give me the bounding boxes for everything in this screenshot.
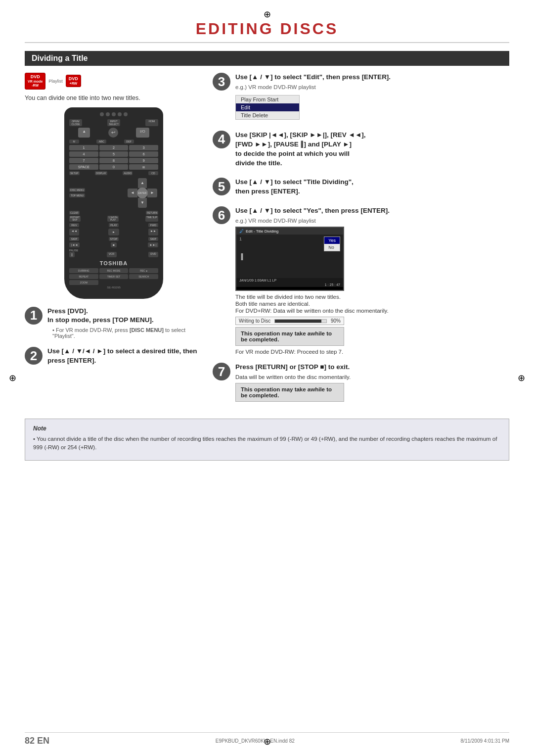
pause-vcr-dvd: ‖ VCR DVD xyxy=(69,252,158,257)
screen-bottom-bar: JAN/1/09 1:00AM L1 LP xyxy=(236,278,343,283)
progress-container: Writing to Disc 90% xyxy=(235,317,344,325)
step-6-sub: e.g.) VR mode DVD-RW playlist xyxy=(235,218,509,224)
fi-label: fi/ xyxy=(69,140,79,143)
menu-play-from-start: Play From Start xyxy=(236,95,299,103)
step-4-content: Use [SKIP |◄◄], [SKIP ►►|], [REV ◄◄], [F… xyxy=(235,131,509,170)
reg-mark-right: ⊕ xyxy=(518,373,525,383)
step-2: 2 Use [▲ / ▼/◄ / ►] to select a desired … xyxy=(25,347,203,368)
num-9: 9 xyxy=(129,158,158,163)
remote-dot-2 xyxy=(106,112,110,116)
screen-date-time: JAN/1/09 1:00AM L1 LP xyxy=(239,279,276,282)
rec-mode-btn: REC MODE xyxy=(99,268,129,273)
dvd-logo-playlist-label: Playlist xyxy=(48,79,63,84)
reg-mark-top: ⊕ xyxy=(264,9,271,20)
step-4: 4 Use [SKIP |◄◄], [SKIP ►►|], [REV ◄◄], … xyxy=(213,131,509,170)
remote-image-area: OPEN/CLOSE INPUTSELECT HDMI ▲ ↩ I/O fi/ … xyxy=(25,107,203,299)
remote-setup-row: SETUP DISPLAY AUDIO CD xyxy=(69,171,158,175)
num-space: SPACE xyxy=(69,164,98,170)
step-6-dvdrw-note: For VR mode DVD-RW: Proceed to step 7. xyxy=(235,349,509,355)
skip-right-label: SKIP xyxy=(148,237,158,241)
instant-row: INSTANTSKIP 1.3x/0.8xPLAY TIME SLIP xyxy=(69,216,158,222)
step-2-content: Use [▲ / ▼/◄ / ►] to select a desired ti… xyxy=(47,347,203,368)
num-2: 2 xyxy=(99,145,129,150)
power-btn: I/O xyxy=(136,128,149,138)
note-title: Note xyxy=(33,425,501,432)
clear-btn: CLEAR xyxy=(69,211,80,215)
step-3-content: Use [▲ / ▼] to select "Edit", then press… xyxy=(235,73,509,123)
vcr-btn: VCR xyxy=(107,252,117,257)
num-1: 1 xyxy=(69,145,98,150)
step-2-title: Use [▲ / ▼/◄ / ►] to select a desired ti… xyxy=(47,347,203,366)
num-6: 6 xyxy=(129,151,158,157)
step-2-number: 2 xyxy=(25,347,43,365)
def-label: DEF xyxy=(124,140,134,143)
skip-prev-btn: |◄◄ xyxy=(69,242,80,247)
screen-icon: 🖊 xyxy=(239,229,244,234)
skip-next-btn: ►►| xyxy=(148,242,158,247)
display-btn: DISPLAY xyxy=(95,171,107,175)
remote-bottom: DUBBING REC MODE REC ● REPEAT TIMER SET … xyxy=(69,268,158,285)
step-5-number: 5 xyxy=(213,178,230,195)
screen-title-text: Edit - Title Dividing xyxy=(246,229,278,234)
remote-nav-section: DISC MENU TOP MENU ▲ ▼ ◄ ► ENTER xyxy=(69,177,158,209)
hdmi-btn: HDMI xyxy=(145,119,158,126)
note-text: You cannot divide a title of the disc wh… xyxy=(33,435,501,452)
stop-label: STOP xyxy=(109,237,119,241)
eject-btn: ▲ xyxy=(78,128,90,138)
step-7-warning: This operation may take awhile to be com… xyxy=(235,383,344,402)
step-3-sub: e.g.) VR mode DVD-RW playlist xyxy=(235,84,509,90)
screen-pause-icon: ‖ xyxy=(240,252,244,260)
page-num-display: 82 EN xyxy=(25,736,49,746)
progress-pct: 90% xyxy=(331,318,341,324)
dubbing-btn: DUBBING xyxy=(69,268,98,273)
screen-mockup: 🖊 Edit - Title Dividing 1 Yes No ‖ xyxy=(235,227,344,291)
search-btn: SEARCH xyxy=(129,274,158,279)
clear-return-row: CLEAR RETURN xyxy=(69,211,158,215)
audio-btn: AUDIO xyxy=(123,171,133,175)
step-6-after3: For DVD+RW: Data will be written onto th… xyxy=(235,308,509,314)
13x-btn: 1.3x/0.8xPLAY xyxy=(107,216,118,222)
step-7: 7 Press [RETURN] or [STOP ■] to exit. Da… xyxy=(213,363,509,404)
step-6-after1: The title will be divided into two new t… xyxy=(235,294,509,300)
input-select-btn: INPUTSELECT xyxy=(107,119,120,126)
step-5-content: Use [▲ / ▼] to select "Title Dividing",t… xyxy=(235,178,509,198)
top-menu-btn: TOP MENU xyxy=(69,193,85,197)
play-label: PLAY xyxy=(109,223,119,227)
step-6-number: 6 xyxy=(213,206,230,224)
time-slip-btn: TIME SLIP xyxy=(145,216,158,222)
note-item-0: You cannot divide a title of the disc wh… xyxy=(33,435,501,452)
remote-dot-5 xyxy=(124,112,128,116)
step-1-title: Press [DVD]. In stop mode, press [TOP ME… xyxy=(47,307,203,326)
intro-text: You can divide one title into two new ti… xyxy=(25,94,203,101)
disc-menu-btn: DISC MENU xyxy=(69,188,85,192)
dpad-right: ► xyxy=(147,189,157,197)
remote-brand: TOSHIBA xyxy=(69,260,158,266)
setup-btn: SETUP xyxy=(69,171,80,175)
step-6: 6 Use [▲ / ▼] to select "Yes", then pres… xyxy=(213,206,509,355)
step-3: 3 Use [▲ / ▼] to select "Edit", then pre… xyxy=(213,73,509,123)
dpad-down: ▼ xyxy=(138,198,147,208)
step-7-title: Press [RETURN] or [STOP ■] to exit. xyxy=(235,363,509,372)
repeat-btn: REPEAT xyxy=(69,274,98,279)
progress-label: Writing to Disc xyxy=(239,318,270,324)
footer-right-text: 8/11/2009 4:01:31 PM xyxy=(461,738,509,744)
progress-bar xyxy=(274,319,327,323)
instant-skip-btn: INSTANTSKIP xyxy=(69,216,81,222)
num-4: 4 xyxy=(69,151,98,157)
step-6-title: Use [▲ / ▼] to select "Yes", then press … xyxy=(235,206,509,216)
section-header: Dividing a Title xyxy=(25,51,509,66)
remote-dot-4 xyxy=(118,112,122,116)
screen-title-bar: 🖊 Edit - Title Dividing xyxy=(236,228,343,235)
stop-btn: ■ xyxy=(111,242,117,247)
footer: 82 EN E9PKBUD_DKVR60KU_EN.indd 82 8/11/2… xyxy=(25,732,509,746)
remote-control: OPEN/CLOSE INPUTSELECT HDMI ▲ ↩ I/O fi/ … xyxy=(64,107,163,299)
num-3: 3 xyxy=(129,145,158,150)
transport-buttons: ◄◄ ► ►► xyxy=(69,229,158,236)
fwd-btn: ►► xyxy=(148,229,158,236)
remote-dot-1 xyxy=(100,112,104,116)
menu-buttons: DISC MENU TOP MENU xyxy=(69,188,85,197)
reg-mark-left: ⊕ xyxy=(9,373,16,383)
skip-left-label: SKIP xyxy=(69,237,79,241)
step-5: 5 Use [▲ / ▼] to select "Title Dividing"… xyxy=(213,178,509,198)
remote-row-eject: ▲ ↩ I/O xyxy=(69,128,158,138)
